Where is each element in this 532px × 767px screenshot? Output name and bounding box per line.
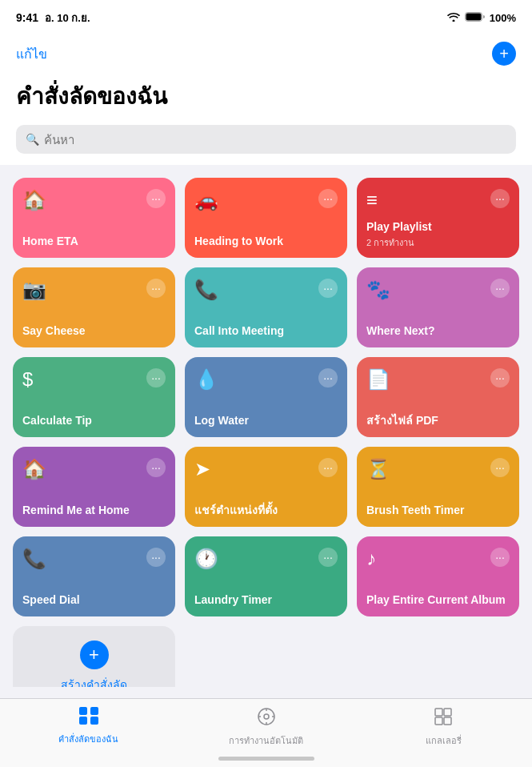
card-label-13: Speed Dial xyxy=(22,592,166,607)
tab-gallery-label: แกลเลอรี่ xyxy=(426,733,462,748)
card-more-8[interactable]: ··· xyxy=(318,368,338,388)
shortcut-card-15[interactable]: ♪ ··· Play Entire Current Album xyxy=(357,536,519,616)
card-icon-11: ➤ xyxy=(194,458,210,480)
card-top-10: 🏠 ··· xyxy=(22,458,166,480)
card-more-13[interactable]: ··· xyxy=(146,548,166,567)
card-label-2: Heading to Work xyxy=(194,234,338,248)
shortcut-card-12[interactable]: ⏳ ··· Brush Teeth Timer xyxy=(357,447,519,527)
card-icon-1: 🏠 xyxy=(22,189,46,211)
svg-rect-9 xyxy=(444,709,451,716)
shortcut-card-7[interactable]: $ ··· Calculate Tip xyxy=(13,357,175,437)
card-more-12[interactable]: ··· xyxy=(490,458,510,477)
shortcut-card-9[interactable]: 📄 ··· สร้างไฟล์ PDF xyxy=(357,357,519,437)
card-more-6[interactable]: ··· xyxy=(490,279,510,298)
search-section: 🔍 xyxy=(0,125,532,165)
card-more-14[interactable]: ··· xyxy=(318,548,338,567)
battery-icon xyxy=(465,12,485,24)
card-more-10[interactable]: ··· xyxy=(146,458,166,477)
svg-rect-2 xyxy=(79,707,87,715)
card-label-9: สร้างไฟล์ PDF xyxy=(366,413,510,428)
status-bar: 9:41 อ. 10 ก.ย. 100% xyxy=(0,0,532,35)
tab-gallery-icon xyxy=(434,707,453,731)
shortcut-card-1[interactable]: 🏠 ··· Home ETA xyxy=(13,178,175,258)
card-more-2[interactable]: ··· xyxy=(318,189,338,208)
svg-rect-4 xyxy=(79,717,87,725)
status-date: อ. 10 ก.ย. xyxy=(45,10,90,26)
card-icon-6: 🐾 xyxy=(366,279,390,301)
card-label-15: Play Entire Current Album xyxy=(366,592,510,607)
card-top-3: ≡ ··· xyxy=(366,189,510,211)
card-label-7: Calculate Tip xyxy=(22,413,166,428)
card-icon-8: 💧 xyxy=(194,368,218,391)
card-more-15[interactable]: ··· xyxy=(490,548,510,567)
shortcut-card-11[interactable]: ➤ ··· แชร์ตำแหน่งที่ตั้ง xyxy=(185,447,347,527)
card-icon-2: 🚗 xyxy=(194,189,218,211)
tab-my-shortcuts-icon xyxy=(79,707,98,729)
tab-gallery[interactable]: แกลเลอรี่ xyxy=(354,707,532,748)
card-label-8: Log Water xyxy=(194,413,338,428)
svg-rect-1 xyxy=(466,13,481,20)
shortcut-card-4[interactable]: 📷 ··· Say Cheese xyxy=(13,267,175,347)
card-more-11[interactable]: ··· xyxy=(318,458,338,477)
card-top-15: ♪ ··· xyxy=(366,548,510,570)
shortcuts-grid: 🏠 ··· Home ETA 🚗 ··· Heading to Work ≡ ·… xyxy=(0,165,532,687)
card-label-6: Where Next? xyxy=(366,323,510,338)
search-input[interactable] xyxy=(44,133,506,147)
create-shortcut-label: สร้างคำสั่งลัด xyxy=(61,676,127,687)
card-more-4[interactable]: ··· xyxy=(146,279,166,298)
card-top-8: 💧 ··· xyxy=(194,368,338,391)
card-more-9[interactable]: ··· xyxy=(490,368,510,388)
create-shortcut-card[interactable]: + สร้างคำสั่งลัด xyxy=(13,626,175,687)
add-button[interactable]: + xyxy=(492,42,516,66)
search-icon: 🔍 xyxy=(26,133,39,146)
card-top-5: 📞 ··· xyxy=(194,279,338,301)
card-icon-10: 🏠 xyxy=(22,458,46,480)
svg-rect-10 xyxy=(435,717,442,725)
shortcut-card-10[interactable]: 🏠 ··· Remind Me at Home xyxy=(13,447,175,527)
shortcut-card-5[interactable]: 📞 ··· Call Into Meeting xyxy=(185,267,347,347)
card-label-3: Play Playlist xyxy=(366,219,510,234)
page-title-section: คำสั่งลัดของฉัน xyxy=(0,75,532,125)
card-top-12: ⏳ ··· xyxy=(366,458,510,480)
svg-point-7 xyxy=(264,714,269,719)
card-top-9: 📄 ··· xyxy=(366,368,510,391)
card-label-1: Home ETA xyxy=(22,234,166,248)
card-icon-12: ⏳ xyxy=(366,458,390,480)
card-icon-3: ≡ xyxy=(366,189,378,211)
shortcut-card-14[interactable]: 🕐 ··· Laundry Timer xyxy=(185,536,347,616)
card-top-2: 🚗 ··· xyxy=(194,189,338,211)
svg-rect-8 xyxy=(435,709,442,716)
shortcut-card-3[interactable]: ≡ ··· Play Playlist 2 การทำงาน xyxy=(357,178,519,258)
card-top-7: $ ··· xyxy=(22,368,166,391)
card-icon-14: 🕐 xyxy=(194,548,218,570)
status-right: 100% xyxy=(447,12,516,24)
card-label-14: Laundry Timer xyxy=(194,592,338,607)
tab-my-shortcuts-label: คำสั่งลัดของฉัน xyxy=(58,732,118,746)
card-label-10: Remind Me at Home xyxy=(22,503,166,517)
card-label-4: Say Cheese xyxy=(22,323,166,338)
card-icon-9: 📄 xyxy=(366,368,390,391)
shortcut-card-6[interactable]: 🐾 ··· Where Next? xyxy=(357,267,519,347)
shortcut-card-2[interactable]: 🚗 ··· Heading to Work xyxy=(185,178,347,258)
tab-automation[interactable]: การทำงานอัตโนมัติ xyxy=(178,707,355,748)
tab-automation-label: การทำงานอัตโนมัติ xyxy=(229,733,303,748)
shortcut-card-13[interactable]: 📞 ··· Speed Dial xyxy=(13,536,175,616)
card-sublabel-3: 2 การทำงาน xyxy=(366,235,510,250)
card-icon-15: ♪ xyxy=(366,548,376,570)
svg-rect-5 xyxy=(90,717,98,725)
card-label-12: Brush Teeth Timer xyxy=(366,503,510,517)
card-more-5[interactable]: ··· xyxy=(318,279,338,298)
page-title: คำสั่งลัดของฉัน xyxy=(16,78,516,114)
search-bar: 🔍 xyxy=(16,125,516,154)
card-more-1[interactable]: ··· xyxy=(146,189,166,208)
card-more-7[interactable]: ··· xyxy=(146,368,166,388)
edit-button[interactable]: แก้ไข xyxy=(16,44,47,64)
header: แก้ไข + xyxy=(0,35,532,75)
card-icon-7: $ xyxy=(22,368,33,391)
card-more-3[interactable]: ··· xyxy=(490,189,510,208)
tab-my-shortcuts[interactable]: คำสั่งลัดของฉัน xyxy=(0,707,178,746)
card-top-1: 🏠 ··· xyxy=(22,189,166,211)
shortcut-card-8[interactable]: 💧 ··· Log Water xyxy=(185,357,347,437)
card-top-13: 📞 ··· xyxy=(22,548,166,570)
card-icon-13: 📞 xyxy=(22,548,46,570)
